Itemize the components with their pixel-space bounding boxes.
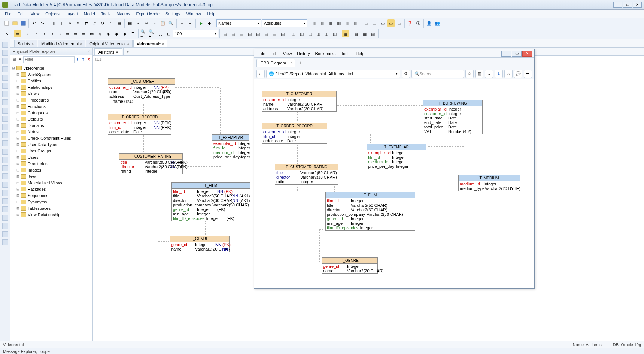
gutter-btn[interactable] [2,223,8,229]
clipboard-icon[interactable]: ▥ [475,70,483,78]
tree-item[interactable]: ⊞Relationships [10,84,92,90]
tab-original[interactable]: Original Videorental× [86,40,133,47]
text-icon[interactable]: T [129,30,137,37]
minimize-button[interactable]: — [613,2,622,8]
gutter-btn[interactable] [2,83,8,89]
align3-icon[interactable]: ▤ [238,30,245,37]
gutter-btn[interactable] [2,182,8,188]
tree-item[interactable]: ⊞Procedures [10,97,92,103]
copy-icon[interactable]: ⎘ [151,19,158,27]
b-menu-view[interactable]: View [281,51,294,57]
script-icon[interactable]: ✎ [66,19,73,27]
gutter-btn[interactable] [2,58,8,64]
zoom-100-icon[interactable]: ⊡ [165,30,172,37]
display-mode-select[interactable]: Names [216,19,261,27]
db-icon[interactable]: ◫ [49,19,57,27]
menu-macros[interactable]: Macros [114,11,133,17]
b-menu-help[interactable]: Help [353,51,367,57]
gutter-btn[interactable] [2,91,8,97]
filter-input[interactable] [23,56,75,63]
layer3-icon[interactable]: ▭ [379,19,386,27]
b-menu-tools[interactable]: Tools [339,51,353,57]
align7-icon[interactable]: ▤ [271,30,278,37]
tree-item[interactable]: ⊞Materialized Views [10,179,92,186]
close-icon[interactable]: × [127,42,129,46]
close-icon[interactable]: × [88,49,90,54]
rel2-icon[interactable]: ⟶ [30,30,38,37]
entity-genre[interactable]: T_GENRE genre_idIntegerNN (PK) nameVarch… [170,236,230,252]
reload-icon[interactable]: ⟳ [402,70,410,78]
chat-icon[interactable]: 💬 [514,70,522,78]
b-entity-rating[interactable]: T_CUSTOMER_RATING titleVarchar2(50 CHAR)… [275,164,338,185]
paste-icon[interactable]: 📋 [159,19,167,27]
b-entity-exemplar[interactable]: T_EXEMPLAR exemplar_idInteger film_idInt… [367,144,426,169]
b-entity-film[interactable]: T_FILM film_idInteger titleVarchar2(50 C… [325,192,415,231]
redo-icon[interactable]: ↷ [39,19,46,27]
layer1-icon[interactable]: ▭ [362,19,370,27]
layer2-icon[interactable]: ▭ [371,19,378,27]
tab-videorental[interactable]: Videorental*× [133,40,167,47]
entity-film[interactable]: T_FILM film_idIntegerNN (PK) titleVarcha… [171,182,250,221]
tree-item[interactable]: ⊞Packages [10,186,92,192]
print-icon[interactable]: ⎙ [107,19,115,27]
t3-icon[interactable]: ▥ [327,19,334,27]
b-menu-history[interactable]: History [295,51,312,57]
b-maximize-button[interactable]: ▭ [512,51,522,57]
align8-icon[interactable]: ▤ [279,30,286,37]
gutter-btn[interactable] [2,75,8,81]
fmt1-icon[interactable]: ◫ [290,30,297,37]
display-attrs-select[interactable]: Attributes [262,19,307,27]
help-icon[interactable]: ❓ [406,19,414,27]
layer5-icon[interactable]: ▭ [395,19,403,27]
menu-view[interactable]: View [28,11,42,17]
align2-icon[interactable]: ▤ [230,30,237,37]
convert-icon[interactable]: ⇄ [82,19,90,27]
home-icon[interactable]: ⌂ [504,70,513,78]
tree-item[interactable]: ⊞Java [10,173,92,179]
zoom-in-icon[interactable]: 🔍+ [148,30,156,37]
close-icon[interactable]: × [80,42,82,46]
image-icon[interactable]: ▭ [80,30,87,37]
t5-icon[interactable]: ▥ [343,19,351,27]
func-icon[interactable]: ◆ [121,30,128,37]
about-icon[interactable]: ⓘ [414,19,422,27]
entity-rating[interactable]: T_CUSTOMER_RATING titleVarchar2(50 CHAR)… [119,153,183,174]
fmt6-icon[interactable]: ◫ [331,30,338,37]
menu-icon[interactable]: ☰ [524,70,532,78]
tree-item[interactable]: ⊞Synonyms [10,199,92,205]
note-icon[interactable]: ▭ [63,30,71,37]
new-icon[interactable] [3,19,10,27]
t1-icon[interactable]: ▥ [310,19,318,27]
cat-icon[interactable]: ▭ [88,30,95,37]
tab-modified[interactable]: Modified Videorental× [38,40,85,47]
report-icon[interactable]: ▤ [115,19,123,27]
erd-canvas[interactable]: [1,1] [93,56,644,341]
zoom-input[interactable]: 100 [173,30,218,37]
menu-help[interactable]: Help [204,11,218,17]
tree-item[interactable]: ⊞Check Constraint Rules [10,135,92,141]
close-icon[interactable]: × [291,61,293,65]
align5-icon[interactable]: ▤ [254,30,262,37]
gutter-btn[interactable] [2,239,8,245]
menu-edit[interactable]: Edit [15,11,27,17]
menu-tools[interactable]: Tools [98,11,113,17]
menu-file[interactable]: File [2,11,14,17]
tree-item[interactable]: ⊞View Relationship [10,211,92,218]
layer4-icon[interactable]: ▭ [387,19,395,27]
user-icon[interactable]: 👤 [425,19,433,27]
run-icon[interactable]: ▶ [197,19,205,27]
tree-item[interactable]: ⊞Defaults [10,116,92,122]
gutter-btn[interactable] [2,215,8,221]
undo-icon[interactable]: ↶ [30,19,38,27]
b-minimize-button[interactable]: — [501,51,511,57]
add-workspace-button[interactable]: ＋ [123,48,132,55]
users-icon[interactable]: 👥 [434,19,441,27]
gutter-btn[interactable] [2,132,8,138]
b-close-button[interactable]: ✕ [522,51,532,57]
tree-item[interactable]: ⊞Domains [10,122,92,128]
rel5-icon[interactable]: ⟶ [55,30,63,37]
mview-icon[interactable]: ◈ [104,30,112,37]
t6-icon[interactable]: ▥ [352,19,359,27]
add-icon[interactable]: ＋ [178,19,186,27]
filter-up-icon[interactable]: ⬆ [80,57,85,63]
